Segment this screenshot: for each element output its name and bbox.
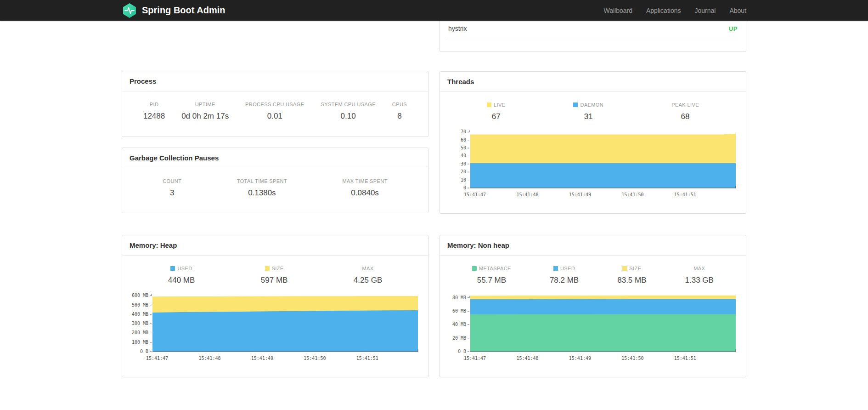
nonheap-size-legend-swatch (622, 266, 627, 271)
stat-nonheap-size: SIZE 83.5 MB (617, 266, 646, 285)
svg-text:15:41:51: 15:41:51 (674, 356, 696, 361)
stat-threads-daemon: DAEMON 31 (573, 102, 603, 121)
svg-text:15:41:48: 15:41:48 (198, 356, 220, 361)
process-stats: PID 12488 UPTIME 0d 0h 2m 17s PROCESS CP… (122, 91, 428, 121)
svg-text:15:41:47: 15:41:47 (464, 356, 486, 361)
svg-text:20 MB: 20 MB (452, 336, 466, 341)
nav-link-journal[interactable]: Journal (694, 7, 716, 14)
svg-text:15:41:49: 15:41:49 (569, 192, 591, 197)
memory-nonheap-chart: 80 MB60 MB40 MB20 MB0 B15:41:4715:41:481… (445, 291, 741, 364)
metaspace-legend-swatch (472, 266, 477, 271)
nonheap-used-legend-swatch (553, 266, 558, 271)
svg-text:15:41:48: 15:41:48 (516, 192, 538, 197)
daemon-legend-swatch (573, 102, 578, 107)
threads-panel-title: Threads (440, 72, 746, 92)
process-panel-title: Process (122, 71, 428, 91)
svg-text:40: 40 (461, 153, 466, 158)
heap-used-legend-swatch (170, 266, 175, 271)
gc-panel: Garbage Collection Pauses COUNT 3 TOTAL … (122, 148, 428, 213)
stat-gc-total-time: TOTAL TIME SPENT 0.1380s (237, 178, 287, 198)
svg-text:70: 70 (461, 129, 466, 134)
memory-heap-chart: 600 MB500 MB400 MB300 MB200 MB100 MB0 B1… (127, 291, 423, 364)
stat-nonheap-used: USED 78.2 MB (550, 266, 579, 285)
svg-text:100 MB: 100 MB (132, 340, 148, 345)
process-panel: Process PID 12488 UPTIME 0d 0h 2m 17s PR… (122, 71, 428, 137)
status-badge: UP (729, 25, 738, 32)
svg-text:60 MB: 60 MB (452, 308, 466, 313)
stat-system-cpu-usage: SYSTEM CPU USAGE 0.10 (321, 102, 375, 121)
live-legend-swatch (487, 102, 491, 107)
stat-threads-peak-live: PEAK LIVE 68 (671, 102, 699, 121)
memory-heap-panel: Memory: Heap USED 440 MB SIZE 597 MB MAX… (122, 235, 428, 377)
svg-text:200 MB: 200 MB (132, 330, 148, 335)
application-row-hystrix: hystrix UP (447, 20, 738, 37)
stat-gc-count: COUNT 3 (163, 178, 181, 198)
svg-text:15:41:47: 15:41:47 (464, 192, 486, 197)
svg-text:15:41:51: 15:41:51 (674, 192, 696, 197)
svg-text:50: 50 (461, 145, 466, 150)
brand-home-link[interactable]: Spring Boot Admin (122, 3, 225, 18)
nav-links: Wallboard Applications Journal About (603, 7, 746, 14)
stat-gc-max-time: MAX TIME SPENT 0.0840s (342, 178, 387, 198)
left-column: Process PID 12488 UPTIME 0d 0h 2m 17s PR… (122, 21, 428, 377)
threads-chart: 70605040302010015:41:4715:41:4815:41:491… (445, 128, 741, 200)
gc-panel-title: Garbage Collection Pauses (122, 148, 428, 168)
svg-text:300 MB: 300 MB (132, 321, 148, 326)
svg-text:15:41:50: 15:41:50 (304, 356, 326, 361)
nav-link-wallboard[interactable]: Wallboard (603, 7, 632, 14)
nav-link-applications[interactable]: Applications (646, 7, 681, 14)
svg-text:80 MB: 80 MB (452, 295, 466, 300)
svg-text:500 MB: 500 MB (132, 302, 148, 308)
stat-heap-size: SIZE 597 MB (261, 266, 288, 285)
memory-heap-stats: USED 440 MB SIZE 597 MB MAX 4.25 GB (122, 256, 428, 285)
svg-text:20: 20 (461, 169, 466, 174)
memory-nonheap-stats: METASPACE 55.7 MB USED 78.2 MB SIZE 83.5… (440, 256, 746, 285)
svg-text:15:41:49: 15:41:49 (569, 356, 591, 361)
stat-process-cpu-usage: PROCESS CPU USAGE 0.01 (245, 102, 304, 121)
svg-text:15:41:49: 15:41:49 (251, 356, 273, 361)
application-name-link[interactable]: hystrix (448, 25, 467, 32)
stat-heap-used: USED 440 MB (168, 266, 195, 285)
svg-text:40 MB: 40 MB (452, 322, 466, 327)
gc-stats: COUNT 3 TOTAL TIME SPENT 0.1380s MAX TIM… (122, 168, 428, 198)
svg-text:60: 60 (461, 137, 466, 142)
stat-uptime: UPTIME 0d 0h 2m 17s (181, 102, 229, 121)
memory-heap-panel-title: Memory: Heap (122, 235, 428, 256)
memory-nonheap-panel-title: Memory: Non heap (440, 235, 746, 256)
svg-text:0: 0 (463, 185, 466, 190)
svg-text:0 B: 0 B (140, 349, 148, 354)
threads-panel: Threads LIVE 67 DAEMON 31 PEAK LIVE 68 7… (440, 71, 746, 214)
stat-cpus: CPUS 8 (392, 102, 407, 121)
svg-text:15:41:50: 15:41:50 (621, 356, 643, 361)
svg-text:10: 10 (461, 177, 466, 182)
stat-nonheap-max: MAX 1.33 GB (685, 266, 714, 285)
nav-link-about[interactable]: About (729, 7, 746, 14)
memory-nonheap-panel: Memory: Non heap METASPACE 55.7 MB USED … (440, 235, 746, 377)
threads-stats: LIVE 67 DAEMON 31 PEAK LIVE 68 (440, 92, 746, 121)
brand-title: Spring Boot Admin (142, 5, 225, 16)
stat-threads-live: LIVE 67 (487, 102, 505, 121)
svg-text:600 MB: 600 MB (132, 293, 148, 298)
svg-text:0 B: 0 B (458, 349, 466, 354)
svg-text:15:41:47: 15:41:47 (146, 356, 168, 361)
svg-text:400 MB: 400 MB (132, 312, 148, 317)
heap-size-legend-swatch (265, 266, 270, 271)
svg-text:30: 30 (461, 161, 466, 166)
svg-text:15:41:51: 15:41:51 (356, 356, 378, 361)
stat-pid: PID 12488 (143, 102, 165, 121)
navbar-inner: Spring Boot Admin Wallboard Applications… (122, 3, 746, 18)
spring-boot-admin-logo-icon (122, 3, 137, 18)
svg-text:15:41:48: 15:41:48 (516, 356, 538, 361)
svg-text:15:41:50: 15:41:50 (621, 192, 643, 197)
right-column: hystrix UP Threads LIVE 67 DAEMON 31 PEA… (440, 21, 746, 377)
stat-nonheap-metaspace: METASPACE 55.7 MB (472, 266, 511, 285)
main-content: Process PID 12488 UPTIME 0d 0h 2m 17s PR… (122, 21, 746, 377)
navbar: Spring Boot Admin Wallboard Applications… (0, 0, 868, 21)
stat-heap-max: MAX 4.25 GB (354, 266, 382, 285)
